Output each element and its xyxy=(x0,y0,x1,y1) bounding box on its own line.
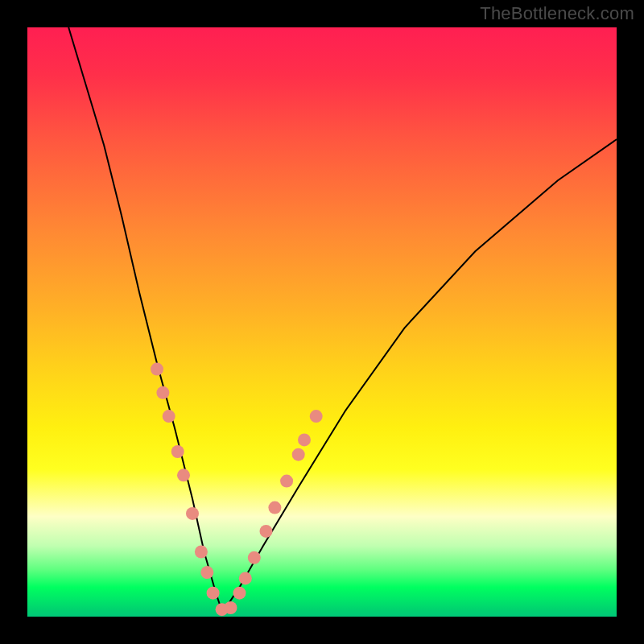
curve-marker xyxy=(239,572,252,584)
curve-marker xyxy=(151,363,163,376)
plot-area xyxy=(27,27,617,617)
curve-marker xyxy=(156,386,169,399)
curve-marker xyxy=(292,448,305,461)
curve-marker xyxy=(186,507,199,520)
curve-marker xyxy=(310,410,323,423)
curve-marker xyxy=(171,445,184,458)
curve-marker xyxy=(163,410,175,423)
curve-marker xyxy=(207,587,220,600)
watermark-text: TheBottleneck.com xyxy=(480,3,634,24)
curve-marker xyxy=(225,601,237,614)
curve-sample-points xyxy=(151,363,323,617)
bottleneck-curve xyxy=(68,27,617,611)
curve-marker xyxy=(248,551,261,564)
bottleneck-chart-svg xyxy=(27,27,617,617)
curve-marker xyxy=(200,566,213,579)
curve-marker xyxy=(298,433,311,446)
curve-marker xyxy=(233,587,246,600)
curve-marker xyxy=(177,469,190,481)
curve-marker xyxy=(195,546,208,559)
curve-marker xyxy=(268,502,281,514)
curve-marker xyxy=(216,603,229,616)
curve-marker xyxy=(260,525,273,538)
curve-marker xyxy=(280,475,293,488)
